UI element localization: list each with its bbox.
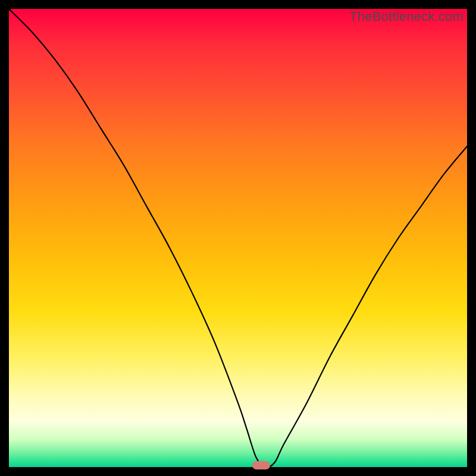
optimal-marker [252, 461, 270, 469]
bottleneck-curve [9, 9, 467, 467]
chart-frame: TheBottleneck.com [9, 9, 467, 467]
